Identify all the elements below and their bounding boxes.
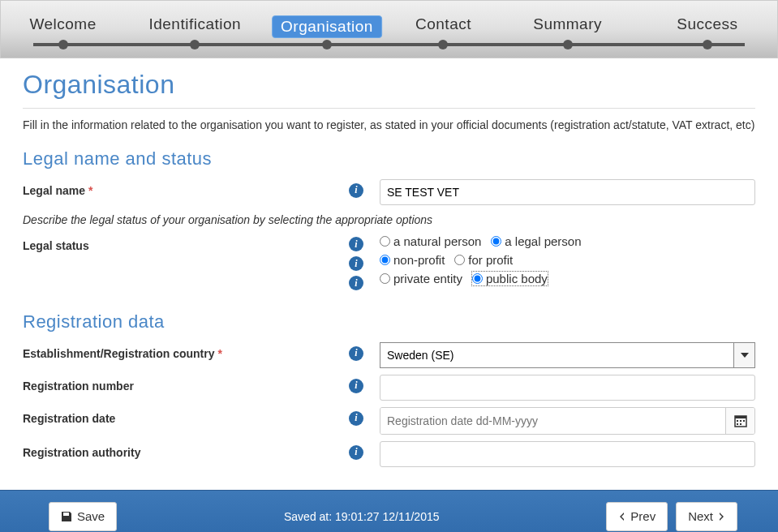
registration-date-label: Registration date [23, 412, 115, 425]
info-icon[interactable]: i [349, 183, 363, 198]
step-dot [322, 40, 332, 49]
registration-number-field[interactable] [380, 375, 755, 401]
chevron-left-icon [618, 512, 625, 521]
radio-private-entity-input[interactable] [380, 273, 390, 284]
step-dot [58, 40, 68, 49]
radio-private-entity[interactable]: private entity [380, 272, 462, 285]
step-dot [190, 40, 200, 49]
info-icon[interactable]: i [349, 256, 363, 271]
registration-number-label: Registration number [23, 380, 134, 393]
legal-status-description: Describe the legal status of your organi… [23, 213, 755, 226]
divider [23, 108, 755, 109]
required-mark: * [217, 347, 221, 360]
save-button[interactable]: Save [49, 502, 117, 531]
save-icon [61, 511, 72, 522]
page-intro: Fill in the information related to the o… [23, 117, 755, 134]
info-icon[interactable]: i [349, 445, 363, 460]
page-title: Organisation [23, 70, 755, 100]
footer-bar: Save Saved at: 19:01:27 12/11/2015 Prev … [0, 490, 778, 532]
radio-public-body-input[interactable] [472, 273, 483, 284]
svg-rect-3 [740, 420, 741, 422]
radio-for-profit[interactable]: for profit [454, 253, 513, 267]
svg-rect-1 [735, 416, 746, 418]
radio-natural-person[interactable]: a natural person [380, 234, 481, 248]
legal-name-field[interactable] [380, 179, 755, 205]
svg-rect-6 [740, 423, 741, 425]
step-track [33, 43, 745, 46]
info-icon[interactable]: i [349, 411, 363, 426]
registration-date-field[interactable] [380, 408, 725, 434]
info-icon[interactable]: i [349, 379, 363, 393]
registration-authority-label: Registration authority [23, 446, 140, 459]
required-mark: * [88, 184, 92, 197]
info-icon[interactable]: i [349, 237, 363, 251]
step-dot [563, 40, 573, 49]
prev-button-label: Prev [630, 509, 655, 523]
calendar-icon[interactable] [725, 408, 754, 434]
next-button-label: Next [688, 509, 713, 523]
step-identification[interactable]: Identification [148, 15, 241, 33]
legal-status-label: Legal status [23, 239, 89, 252]
stepper: Welcome Identification Organisation Cont… [0, 0, 778, 58]
registration-authority-field[interactable] [380, 441, 755, 467]
country-field[interactable] [380, 343, 733, 367]
chevron-down-icon[interactable] [733, 343, 754, 367]
save-button-label: Save [77, 509, 105, 523]
saved-at-text: Saved at: 19:01:27 12/11/2015 [284, 510, 440, 523]
radio-legal-person-input[interactable] [491, 236, 501, 247]
radio-for-profit-input[interactable] [454, 255, 465, 265]
legal-name-label: Legal name [23, 184, 85, 197]
section-legal-title: Legal name and status [23, 148, 755, 169]
svg-rect-5 [737, 423, 738, 425]
country-label: Establishment/Registration country [23, 347, 214, 360]
step-dot [438, 40, 448, 49]
radio-legal-person[interactable]: a legal person [491, 234, 581, 248]
step-dot [703, 40, 712, 49]
step-contact[interactable]: Contact [415, 15, 471, 33]
step-success[interactable]: Success [677, 15, 737, 33]
chevron-right-icon [718, 512, 725, 521]
svg-rect-2 [737, 420, 738, 422]
step-organisation[interactable]: Organisation [272, 15, 382, 38]
next-button[interactable]: Next [676, 502, 737, 531]
radio-natural-person-input[interactable] [380, 236, 390, 247]
radio-non-profit-input[interactable] [380, 255, 390, 265]
step-welcome[interactable]: Welcome [29, 15, 96, 33]
section-registration-title: Registration data [23, 311, 755, 332]
step-summary[interactable]: Summary [533, 15, 602, 33]
svg-rect-4 [743, 420, 745, 422]
radio-public-body[interactable]: public body [472, 272, 548, 285]
radio-non-profit[interactable]: non-profit [380, 253, 445, 267]
prev-button[interactable]: Prev [606, 502, 668, 531]
info-icon[interactable]: i [349, 276, 363, 290]
country-select[interactable] [380, 342, 755, 368]
info-icon[interactable]: i [349, 346, 363, 361]
